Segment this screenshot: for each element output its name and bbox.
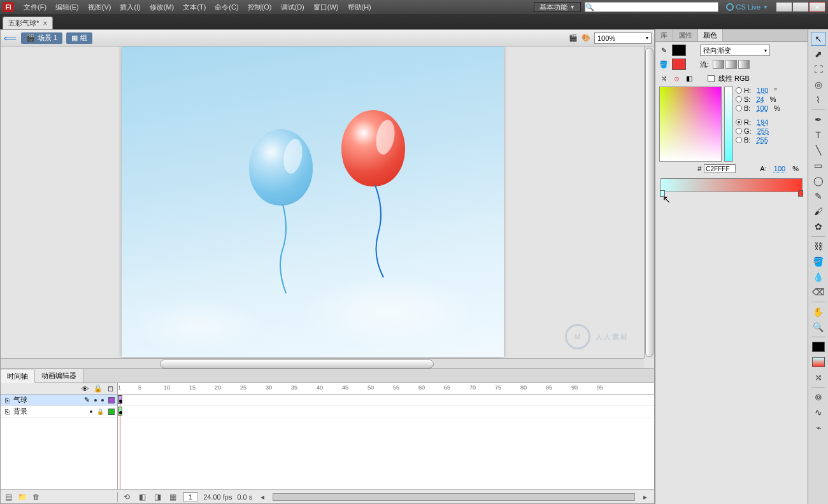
gradient-bar[interactable]: ↖ (660, 178, 803, 192)
scroll-left-icon[interactable]: ◂ (257, 492, 268, 502)
workspace-switcher[interactable]: 基本功能 ▼ (534, 2, 581, 12)
radio-r[interactable] (736, 119, 742, 125)
b-value[interactable]: 100 (756, 104, 767, 112)
visibility-dot[interactable] (90, 410, 92, 413)
stroke-color-tool[interactable] (811, 340, 826, 354)
selection-tool[interactable]: ↖ (811, 32, 826, 46)
blue-balloon[interactable] (249, 129, 313, 206)
new-layer-icon[interactable]: ▤ (3, 492, 13, 502)
lock-dot[interactable] (101, 399, 104, 402)
edit-multi-icon[interactable]: ▦ (168, 492, 178, 502)
smooth-tool[interactable]: ∿ (811, 405, 826, 419)
no-color-icon[interactable]: ⦸ (672, 74, 681, 83)
frame-ruler[interactable]: 15101520253035404550556065707580859095 (118, 383, 654, 394)
outline-icon[interactable]: ◻ (108, 384, 113, 393)
horizontal-scrollbar[interactable] (1, 358, 644, 368)
frame-row[interactable] (118, 406, 654, 417)
menu-file[interactable]: 文件(F) (19, 1, 51, 13)
text-tool[interactable]: T (811, 128, 826, 142)
maximize-button[interactable]: ▭ (792, 2, 809, 12)
flow-extend-button[interactable] (713, 60, 724, 69)
menu-text[interactable]: 文本(T) (178, 1, 210, 13)
fill-swatch[interactable] (672, 59, 686, 70)
menu-window[interactable]: 窗口(W) (309, 1, 343, 13)
scene-crumb[interactable]: 🎬 场景 1 (21, 32, 62, 44)
line-tool[interactable]: ╲ (811, 143, 826, 157)
hand-tool[interactable]: ✋ (811, 305, 826, 319)
onion-outline-icon[interactable]: ◨ (152, 492, 162, 502)
free-transform-tool[interactable]: ⛶ (811, 62, 826, 76)
swap-colors-icon[interactable]: ⤭ (659, 74, 668, 83)
lock-icon[interactable]: 🔒 (94, 384, 103, 393)
pen-tool[interactable]: ✒ (811, 113, 826, 127)
linear-rgb-checkbox[interactable] (708, 75, 715, 82)
onion-skin-icon[interactable]: ◧ (137, 492, 147, 502)
scroll-right-icon[interactable]: ▸ (640, 492, 650, 502)
stage[interactable] (122, 46, 504, 357)
deco-tool[interactable]: ✿ (811, 220, 826, 234)
edit-symbol-icon[interactable]: 🎨 (582, 34, 590, 43)
edit-scene-icon[interactable]: 🎬 (569, 34, 578, 43)
menu-help[interactable]: 帮助(H) (343, 1, 376, 13)
rectangle-tool[interactable]: ▭ (811, 158, 826, 172)
stage-area[interactable]: M人人素材 (1, 46, 654, 368)
subselection-tool[interactable]: ⬈ (811, 47, 826, 61)
tab-motion-editor[interactable]: 动画编辑器 (35, 369, 83, 382)
eraser-tool[interactable]: ⌫ (811, 285, 826, 299)
tab-library[interactable]: 库 (655, 29, 673, 41)
pen-icon[interactable]: ✎ (84, 396, 90, 404)
s-value[interactable]: 24 (756, 95, 764, 103)
back-arrow-icon[interactable]: ⟸ (3, 32, 17, 44)
radio-s[interactable] (736, 96, 742, 102)
saturation-picker[interactable] (659, 87, 722, 162)
scrollbar-thumb[interactable] (645, 48, 653, 357)
gradient-stop-right[interactable] (798, 190, 803, 197)
frames-grid[interactable] (118, 395, 654, 489)
flow-reflect-button[interactable] (725, 60, 737, 69)
locked-icon[interactable]: 🔒 (97, 409, 104, 415)
pencil-tool[interactable]: ✎ (811, 189, 826, 203)
g-value[interactable]: 255 (757, 127, 769, 135)
alpha-value[interactable]: 100 (774, 165, 785, 172)
tab-timeline[interactable]: 时间轴 (1, 370, 35, 383)
new-folder-icon[interactable]: 📁 (17, 492, 27, 502)
menu-insert[interactable]: 插入(I) (115, 1, 145, 13)
scrollbar-thumb[interactable] (160, 360, 434, 368)
bone-tool[interactable]: ⛓ (811, 239, 826, 253)
close-button[interactable]: ✕ (809, 2, 825, 12)
symbol-crumb[interactable]: ▦ 组 (66, 32, 92, 44)
fill-type-combo[interactable]: 径向渐变 ▾ (700, 45, 770, 56)
r-value[interactable]: 194 (757, 118, 768, 126)
search-box[interactable]: 🔍 (585, 2, 718, 12)
zoom-tool[interactable]: 🔍 (811, 320, 826, 334)
bb-value[interactable]: 255 (756, 136, 767, 144)
fill-color-icon[interactable]: 🪣 (659, 60, 668, 69)
tab-properties[interactable]: 属性 (673, 29, 698, 41)
eye-icon[interactable]: 👁 (82, 385, 89, 393)
fill-color-tool[interactable] (811, 355, 826, 369)
flow-repeat-button[interactable] (738, 60, 750, 69)
radio-bb[interactable] (736, 137, 742, 143)
brush-tool[interactable]: 🖌 (811, 204, 826, 218)
default-colors-icon[interactable]: ◧ (685, 74, 694, 83)
hex-input[interactable] (704, 164, 736, 173)
radio-g[interactable] (736, 128, 742, 134)
search-input[interactable] (594, 4, 718, 11)
menu-commands[interactable]: 命令(C) (210, 1, 243, 13)
frame-row[interactable] (118, 395, 654, 406)
menu-view[interactable]: 视图(V) (83, 1, 116, 13)
vertical-scrollbar[interactable] (644, 46, 654, 358)
close-tab-icon[interactable]: × (43, 19, 47, 28)
swap-colors-tool[interactable]: ⤭ (811, 370, 826, 384)
paint-bucket-tool[interactable]: 🪣 (811, 255, 826, 269)
eyedropper-tool[interactable]: 💧 (811, 270, 826, 284)
document-tab[interactable]: 五彩气球* × (3, 17, 53, 29)
cs-live-button[interactable]: CS Live ▼ (722, 3, 772, 11)
tab-color[interactable]: 颜色 (698, 29, 723, 41)
layer-color-chip[interactable] (108, 409, 115, 415)
radio-b[interactable] (736, 105, 742, 111)
3d-rotation-tool[interactable]: ◎ (811, 78, 826, 92)
menu-edit[interactable]: 编辑(E) (51, 1, 83, 13)
radio-h[interactable] (736, 87, 742, 94)
minimize-button[interactable]: ─ (776, 2, 792, 12)
